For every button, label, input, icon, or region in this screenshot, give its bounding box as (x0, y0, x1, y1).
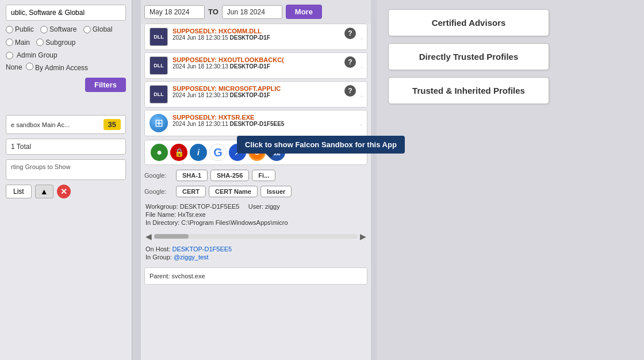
event-info-1: SUPPOSEDLY: HXCOMM.DLL 2024 Jun 18 12:30… (172, 28, 340, 41)
more-button[interactable]: More (286, 5, 322, 19)
dll-icon-3: DLL (150, 85, 168, 104)
filters-button[interactable]: Filters (85, 78, 126, 92)
radio-subgroup-label[interactable]: Subgroup (36, 39, 75, 47)
on-host-label: On Host: (145, 246, 170, 252)
radio-software[interactable] (40, 26, 48, 33)
hash-row-2: Google: CERT CERT Name Issuer (141, 183, 371, 200)
radio-public[interactable] (6, 26, 13, 33)
event-item-3[interactable]: DLL SUPPOSEDLY: MICROSOFT.APPLIC 2024 Ju… (144, 81, 367, 108)
total-box: 1 Total (6, 139, 126, 155)
sandbox-badge: 35 (103, 119, 121, 130)
icon-toolbar: ● 🔒 i G ↗ ↻ 🗂 Click to show Falcon Sandb… (144, 140, 367, 165)
total-label: 1 Total (11, 143, 31, 151)
dll-icon-2: DLL (150, 56, 168, 75)
event-title-4: SUPPOSEDLY: HXTSR.EXE (172, 114, 328, 121)
left-panel: ublic, Software & Global Public Software… (0, 0, 132, 360)
sandbox-row: e sandbox Main Ac... 35 (6, 115, 126, 134)
meta-section: Workgroup: DESKTOP-D1F5EE5 User: ziggy F… (141, 200, 371, 231)
info-icon[interactable]: i (190, 144, 207, 161)
ellipsis-4: . (361, 120, 362, 127)
green-circle-icon[interactable]: ● (151, 144, 168, 161)
groups-label: rting Groups to Show (11, 163, 70, 170)
scroll-thumb (154, 234, 189, 239)
hash-rows-container: Google: SHA-1 SHA-256 Fi... Google: CERT… (141, 167, 371, 200)
group-link[interactable]: @ziggy_test (174, 254, 209, 261)
event-item-4[interactable]: ⊞ SUPPOSEDLY: HXTSR.EXE 2024 Jun 18 12:3… (144, 110, 367, 136)
google-icon[interactable]: G (209, 144, 227, 161)
dll-icon-1: DLL (150, 28, 168, 46)
red-lock-icon[interactable]: 🔒 (170, 144, 187, 161)
workgroup-line: Workgroup: DESKTOP-D1F5EE5 User: ziggy (145, 203, 366, 210)
sha256-button[interactable]: SHA-256 (210, 170, 249, 181)
exe-icon-4: ⊞ (150, 114, 168, 132)
hash-label-1: Google: (144, 172, 173, 179)
help-icon-2[interactable]: ? (344, 56, 356, 68)
scroll-left-arrow[interactable]: ◀ (145, 232, 152, 241)
right-panel: Certified Advisors Directly Trusted Prof… (377, 0, 644, 360)
radio-admin-group[interactable] (6, 52, 13, 59)
admin-group-label: Admin Group (17, 51, 57, 59)
trusted-inherited-button[interactable]: Trusted & Inherited Profiles (388, 77, 549, 104)
event-detail-1: 2024 Jun 18 12:30:15 DESKTOP-D1F (172, 35, 340, 41)
date-row: TO More (141, 0, 371, 24)
radio-main-label[interactable]: Main (6, 39, 30, 47)
help-icon-3[interactable]: ? (344, 85, 356, 97)
admin-group-row: Admin Group (6, 51, 126, 59)
filename-line: File Name: HxTsr.exe (145, 211, 366, 218)
user-text: User: ziggy (248, 203, 280, 210)
radio-main[interactable] (6, 39, 13, 46)
top-input-box: ublic, Software & Global (6, 5, 126, 21)
certified-advisors-button[interactable]: Certified Advisors (388, 9, 549, 36)
scroll-right-arrow[interactable]: ▶ (360, 232, 366, 241)
in-group-label: In Group: (145, 254, 172, 261)
ellipsis-1: . (361, 33, 362, 40)
remove-button[interactable]: ✕ (57, 185, 71, 198)
event-detail-3: 2024 Jun 18 12:30:13 DESKTOP-D1F (172, 92, 340, 98)
none-row: None By Admin Access (6, 63, 126, 72)
event-title-1: SUPPOSEDLY: HXCOMM.DLL (172, 28, 328, 35)
issuer-button[interactable]: Issuer (260, 186, 292, 197)
fi-button[interactable]: Fi... (252, 170, 275, 181)
cert-name-button[interactable]: CERT Name (209, 186, 258, 197)
scroll-row: ◀ ▶ (141, 231, 371, 242)
workgroup-text: Workgroup: DESKTOP-D1F5EE5 (145, 203, 239, 210)
sha1-button[interactable]: SHA-1 (176, 170, 208, 181)
radio-global[interactable] (83, 26, 91, 33)
event-list: DLL SUPPOSEDLY: HXCOMM.DLL 2024 Jun 18 1… (141, 24, 371, 136)
ellipsis-2: . (361, 62, 362, 69)
radio-public-label[interactable]: Public (6, 25, 34, 33)
list-row: List ▲ ✕ (6, 185, 126, 198)
public-label: ublic, Software & Global (11, 9, 85, 17)
arrow-icon[interactable]: ↗ (229, 144, 246, 161)
middle-panel: TO More DLL SUPPOSEDLY: HXCOMM.DLL 2024 … (141, 0, 371, 360)
date-from-input[interactable] (144, 5, 205, 19)
event-info-4: SUPPOSEDLY: HXTSR.EXE 2024 Jun 18 12:30:… (172, 114, 356, 127)
scope-radio-group: Main Subgroup (6, 39, 126, 48)
blue-folder-icon[interactable]: 🗂 (268, 144, 285, 161)
to-label: TO (208, 7, 218, 16)
host-line: On Host: DESKTOP-D1F5EE5 (145, 246, 366, 252)
scroll-track[interactable] (154, 234, 358, 239)
event-item-2[interactable]: DLL SUPPOSEDLY: HXOUTLOOKBACKC( 2024 Jun… (144, 52, 367, 79)
radio-software-label[interactable]: Software (40, 25, 76, 33)
date-to-input[interactable] (222, 5, 282, 19)
orange-sync-icon[interactable]: ↻ (248, 144, 266, 161)
radio-by-admin-label[interactable]: By Admin Access (26, 63, 88, 72)
sandbox-label: e sandbox Main Ac... (11, 121, 70, 128)
radio-global-label[interactable]: Global (83, 25, 113, 33)
list-button[interactable]: List (6, 185, 32, 198)
event-item-1[interactable]: DLL SUPPOSEDLY: HXCOMM.DLL 2024 Jun 18 1… (144, 24, 367, 50)
host-link[interactable]: DESKTOP-D1F5EE5 (172, 246, 232, 252)
parent-box: Parent: svchost.exe (144, 267, 367, 285)
directly-trusted-button[interactable]: Directly Trusted Profiles (388, 43, 549, 70)
ellipsis-3: . (361, 91, 362, 98)
event-info-3: SUPPOSEDLY: MICROSOFT.APPLIC 2024 Jun 18… (172, 85, 340, 98)
up-button[interactable]: ▲ (35, 185, 53, 198)
radio-subgroup[interactable] (36, 39, 44, 46)
event-detail-4: 2024 Jun 18 12:30:11 DESKTOP-D1F5EE5 (172, 121, 356, 127)
parent-text: Parent: svchost.exe (150, 273, 205, 279)
cert-button[interactable]: CERT (176, 186, 206, 197)
event-title-2: SUPPOSEDLY: HXOUTLOOKBACKC( (172, 56, 328, 63)
radio-by-admin[interactable] (26, 63, 33, 70)
help-icon-1[interactable]: ? (344, 28, 356, 39)
